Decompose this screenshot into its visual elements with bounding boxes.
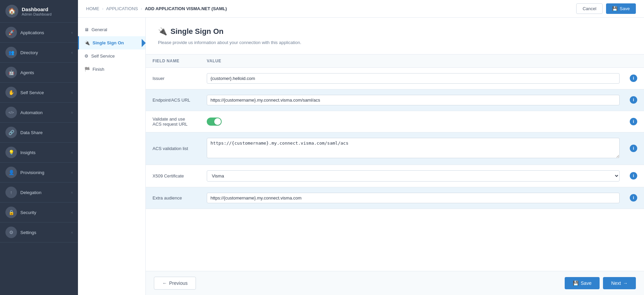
field-name-cell: Issuer [146,67,200,89]
field-info-cell: i [623,67,644,89]
table-row: X509 CertificateVismai [146,165,644,187]
chevron-icon: ‹ [72,231,73,234]
general-step-icon: 🖥 [84,27,89,32]
sidebar-item-security[interactable]: 🔒 Security ‹ [0,203,78,223]
previous-label: Previous [169,280,187,286]
cancel-button[interactable]: Cancel [576,3,603,14]
toggle-knob [214,118,221,125]
next-label: Next [611,280,621,286]
field-name-cell: Extra audience [146,187,200,209]
field-info-cell: i [623,187,644,209]
step-sso[interactable]: 🔌 Single Sign On [78,36,145,49]
sidebar-item-label: Directory [20,50,38,55]
table-row: Extra audiencei [146,187,644,209]
toggle-switch[interactable] [207,118,222,126]
previous-button[interactable]: ← Previous [154,277,196,290]
form-description: Please provide us information about your… [158,39,632,46]
breadcrumb-applications[interactable]: APPLICATIONS [106,6,138,11]
field-info-cell: i [623,89,644,111]
info-icon[interactable]: i [630,194,637,202]
provisioning-icon: 👤 [5,167,17,178]
sidebar-item-label: Settings [20,230,36,235]
selfservice-step-icon: ⚙ [84,54,88,59]
step-general-label: General [92,27,107,32]
step-sso-label: Single Sign On [93,40,124,45]
sidebar-item-provisioning[interactable]: 👤 Provisioning ‹ [0,163,78,183]
field-text-input[interactable] [207,73,620,84]
col-value: VALUE [200,55,623,68]
sidebar-item-automation[interactable]: </> Automation ‹ [0,103,78,123]
applications-icon: 🚀 [5,27,17,38]
save-bottom-label: Save [581,280,591,286]
field-value-cell: https://{customername}.my.connect.visma.… [200,132,623,165]
sidebar-item-selfservice[interactable]: ✋ Self Service ‹ [0,83,78,103]
field-select-input[interactable]: Visma [207,170,620,182]
topbar: HOME › APPLICATIONS › ADD APPLICATION VI… [78,0,644,18]
field-name-cell: Endpoint/ACS URL [146,89,200,111]
col-field-name: FIELD NAME [146,55,200,68]
sidebar-item-agents[interactable]: 🤖 Agents [0,63,78,83]
save-button[interactable]: 💾 Save [606,3,636,14]
sidebar-item-label: Self Service [20,90,44,95]
finish-step-icon: 🏁 [84,67,90,72]
sidebar-item-label: Insights [20,150,36,155]
security-icon: 🔒 [5,207,17,218]
sidebar-item-applications[interactable]: 🚀 Applications ‹ [0,23,78,43]
sidebar-item-insights[interactable]: 💡 Insights ‹ [0,143,78,163]
sidebar-logo: 🏠 Dashboard Admin Dashboard [0,0,78,23]
chevron-icon: ‹ [72,151,73,154]
field-value-cell: Visma [200,165,623,187]
field-text-input[interactable] [207,193,620,203]
bottom-nav: ← Previous 💾 Save Next → [146,271,644,295]
automation-icon: </> [5,107,17,118]
info-icon[interactable]: i [630,75,637,82]
field-table: FIELD NAME VALUE IssueriEndpoint/ACS URL… [146,55,644,209]
sidebar-subtitle: Admin Dashboard [22,12,52,16]
sso-step-icon: 🔌 [84,40,90,45]
breadcrumb-sep: › [102,6,103,11]
chevron-icon: ‹ [72,91,73,94]
info-icon[interactable]: i [630,96,637,104]
field-info-cell: i [623,165,644,187]
sidebar-item-settings[interactable]: ⚙ Settings ‹ [0,223,78,243]
table-row: Validate and use ACS request URLi [146,111,644,132]
sidebar-item-delegation[interactable]: ↑ Delegation ‹ [0,183,78,203]
field-value-cell [200,111,623,132]
chevron-icon: ‹ [72,31,73,35]
step-finish-label: Finish [93,67,104,72]
content-area: 🖥 General 🔌 Single Sign On ⚙ Self Servic… [78,18,644,295]
main-content: HOME › APPLICATIONS › ADD APPLICATION VI… [78,0,644,295]
field-textarea-input[interactable]: https://{customername}.my.connect.visma.… [207,138,620,158]
step-general[interactable]: 🖥 General [78,23,145,36]
sidebar-item-directory[interactable]: 👥 Directory ‹ [0,43,78,63]
sidebar-item-label: Applications [20,30,44,35]
breadcrumb: HOME › APPLICATIONS › ADD APPLICATION VI… [86,6,227,11]
step-selfservice[interactable]: ⚙ Self Service [78,49,145,63]
step-finish[interactable]: 🏁 Finish [78,63,145,76]
chevron-icon: ‹ [72,111,73,114]
sidebar-item-label: Provisioning [20,170,44,175]
form-title-text: Single Sign On [170,27,223,36]
table-row: ACS validation listhttps://{customername… [146,132,644,165]
save-bottom-button[interactable]: 💾 Save [565,277,600,289]
chevron-icon: ‹ [72,51,73,55]
next-button[interactable]: Next → [603,277,636,289]
toggle-wrap [207,118,620,126]
info-icon[interactable]: i [630,145,637,152]
sidebar-item-label: Agents [20,70,34,75]
agents-icon: 🤖 [5,67,17,78]
info-icon[interactable]: i [630,118,637,125]
save-bottom-icon: 💾 [573,280,579,286]
sidebar-title: Dashboard [22,6,52,12]
field-info-cell: i [623,111,644,132]
sidebar-item-label: Delegation [20,190,41,195]
sidebar-item-label: Data Share [20,130,43,135]
chevron-icon: ‹ [72,191,73,194]
info-icon[interactable]: i [630,172,637,180]
sidebar-item-datashare[interactable]: 🔗 Data Share [0,123,78,143]
field-value-cell [200,67,623,89]
insights-icon: 💡 [5,147,17,158]
field-text-input[interactable] [207,95,620,105]
breadcrumb-home[interactable]: HOME [86,6,99,11]
table-row: Endpoint/ACS URLi [146,89,644,111]
